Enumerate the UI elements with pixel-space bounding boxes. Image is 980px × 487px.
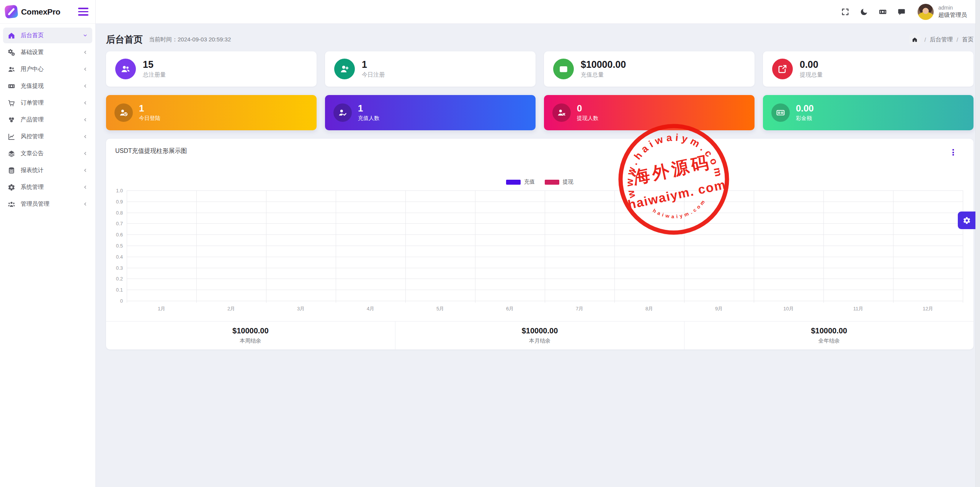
- sidebar-item-user-center[interactable]: 用户中心: [3, 61, 92, 77]
- grid-vline: [266, 190, 266, 303]
- breadcrumb-item[interactable]: 后台管理: [930, 36, 953, 43]
- current-time-value: 2024-09-03 20:59:32: [178, 36, 231, 43]
- chevron-left-icon: [83, 100, 88, 105]
- breadcrumb: / 后台管理 / 首页: [909, 34, 973, 45]
- app-name: ComexPro: [21, 7, 60, 16]
- gradient-card-bonus: 0.00 彩金额: [763, 95, 973, 130]
- sidebar-item-reports[interactable]: 报表统计: [3, 162, 92, 178]
- summary-month-balance: $10000.00 本月结余: [395, 321, 684, 349]
- legend-item-withdraw[interactable]: 提现: [545, 179, 573, 185]
- legend-label: 充值: [524, 179, 535, 185]
- x-axis-tick-label: 10月: [783, 305, 794, 312]
- user-menu[interactable]: admin 超级管理员: [918, 4, 967, 20]
- sidebar-item-orders[interactable]: 订单管理: [3, 95, 92, 111]
- grid-vline: [127, 190, 127, 303]
- summary-week-balance: $10000.00 本周结余: [106, 321, 395, 349]
- admin-group-icon: [8, 200, 15, 208]
- sidebar-item-articles[interactable]: 文章公告: [3, 146, 92, 161]
- grid-vline: [893, 190, 893, 303]
- chevron-down-icon: [83, 33, 88, 38]
- chevron-left-icon: [83, 134, 88, 139]
- sidebar-item-label: 订单管理: [21, 99, 83, 107]
- sidebar-header: ComexPro: [0, 0, 95, 24]
- sidebar-item-deposit-withdraw[interactable]: 充值提现: [3, 78, 92, 94]
- current-time-label: 当前时间：: [149, 36, 178, 43]
- grid-vline: [823, 190, 824, 303]
- sidebar-item-label: 管理员管理: [21, 200, 83, 208]
- fullscreen-icon[interactable]: [841, 8, 849, 16]
- chart-legend: 充值 提现: [106, 179, 973, 185]
- stat-label: 提现总量: [800, 71, 823, 79]
- stat-value: $10000.00: [581, 59, 626, 70]
- users-icon: [8, 66, 15, 73]
- chart-card: USDT充值提现柱形展示图 充值 提现 1.00.90.80.70.60.50.…: [106, 139, 973, 349]
- sidebar-item-products[interactable]: 产品管理: [3, 112, 92, 128]
- breadcrumb-separator: /: [924, 36, 926, 43]
- gradient-card-withdraw-users: 0 提现人数: [544, 95, 755, 130]
- x-axis-tick-label: 1月: [158, 305, 165, 312]
- stat-label: 总注册量: [143, 71, 166, 79]
- stat-label: 充值人数: [358, 115, 379, 122]
- chevron-left-icon: [83, 151, 88, 156]
- legend-swatch-withdraw: [545, 180, 559, 185]
- stat-value: 1: [358, 103, 379, 113]
- stat-label: 充值总量: [581, 71, 626, 79]
- breadcrumb-item[interactable]: 首页: [962, 36, 973, 43]
- payments-icon[interactable]: [879, 8, 887, 16]
- x-axis-tick-label: 3月: [297, 305, 305, 312]
- users-icon: [115, 59, 136, 79]
- sidebar-menu: 后台首页 基础设置 用户中心 充值提现 订单管理 产品管理: [0, 24, 95, 217]
- legend-label: 提现: [563, 179, 573, 185]
- sidebar-item-label: 风控管理: [21, 133, 83, 140]
- dark-mode-moon-icon[interactable]: [860, 8, 868, 16]
- grid-vline: [963, 190, 963, 303]
- avatar[interactable]: [918, 4, 934, 20]
- money-check-icon: [771, 103, 790, 122]
- layers-icon: [8, 150, 15, 157]
- chart-title: USDT充值提现柱形展示图: [115, 147, 187, 155]
- user-clock-icon: [114, 103, 133, 122]
- stat-label: 彩金额: [796, 115, 814, 122]
- page-title: 后台首页: [106, 33, 143, 46]
- sidebar-item-system[interactable]: 系统管理: [3, 179, 92, 195]
- sidebar-item-basic-settings[interactable]: 基础设置: [3, 44, 92, 60]
- app-logo-icon: [4, 5, 18, 18]
- chevron-left-icon: [83, 185, 88, 190]
- chevron-left-icon: [83, 84, 88, 89]
- y-axis-tick-label: 1.0: [116, 188, 123, 193]
- stat-value: 0.00: [796, 103, 814, 113]
- legend-item-deposit[interactable]: 充值: [506, 179, 535, 185]
- sidebar-item-dashboard[interactable]: 后台首页: [3, 28, 92, 43]
- sidebar-item-label: 充值提现: [21, 82, 83, 90]
- sidebar-item-label: 文章公告: [21, 150, 83, 157]
- sidebar-item-risk-control[interactable]: 风控管理: [3, 129, 92, 144]
- page-title-row: 后台首页 当前时间：2024-09-03 20:59:32 / 后台管理 / 首…: [106, 34, 973, 45]
- x-axis-tick-label: 9月: [715, 305, 723, 312]
- settings-fab[interactable]: [958, 212, 975, 229]
- chevron-left-icon: [83, 117, 88, 122]
- sidebar: ComexPro 后台首页 基础设置 用户中心 充值提现 订单管理: [0, 0, 96, 487]
- sidebar-item-admins[interactable]: 管理员管理: [3, 196, 92, 212]
- stat-value: 0.00: [800, 59, 823, 70]
- gradient-cards-row: 1 今日登陆 1 充值人数 0 提现人数 0.00 彩金额: [106, 95, 973, 130]
- grid-vline: [405, 190, 406, 303]
- external-link-icon: [772, 59, 793, 79]
- legend-swatch-deposit: [506, 180, 521, 185]
- x-axis-tick-label: 6月: [506, 305, 514, 312]
- sidebar-item-label: 报表统计: [21, 167, 83, 174]
- user-role: 超级管理员: [938, 11, 967, 19]
- gradient-card-deposit-users: 1 充值人数: [325, 95, 536, 130]
- scrollbar[interactable]: [975, 0, 980, 487]
- chevron-left-icon: [83, 50, 88, 55]
- y-axis-tick-label: 0: [120, 298, 123, 304]
- message-icon[interactable]: [897, 8, 906, 16]
- grid-vline: [475, 190, 475, 303]
- chart-menu-kebab-icon[interactable]: [951, 148, 955, 157]
- top-header: admin 超级管理员: [96, 0, 980, 24]
- stat-value: 15: [143, 59, 166, 70]
- summary-label: 全年结余: [818, 338, 840, 344]
- menu-toggle-icon[interactable]: [77, 6, 89, 17]
- breadcrumb-home-icon[interactable]: [909, 34, 921, 45]
- cart-icon: [8, 99, 15, 107]
- y-axis-tick-label: 0.6: [116, 232, 123, 238]
